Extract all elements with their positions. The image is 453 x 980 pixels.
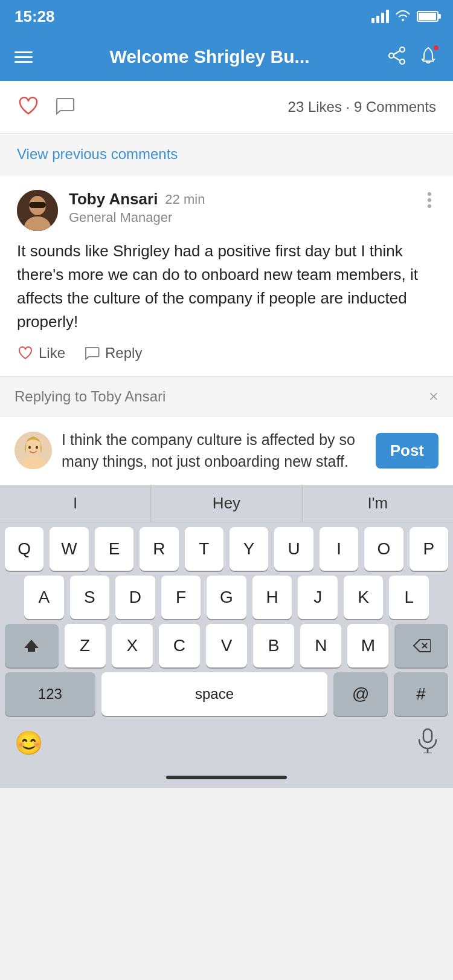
view-previous-link[interactable]: View previous comments [17,146,178,162]
like-label: Like [39,345,65,362]
key-P[interactable]: P [410,527,448,571]
comment-header: Toby Ansari 22 min General Manager [17,190,436,231]
reply-label: Reply [105,345,142,362]
svg-line-3 [394,51,400,54]
likes-count: 23 Likes [288,99,342,115]
app-header: Welcome Shrigley Bu... [0,33,453,81]
status-bar: 15:28 [0,0,453,33]
svg-point-1 [389,53,394,58]
shift-key[interactable] [5,624,59,667]
key-Q[interactable]: Q [5,527,43,571]
engagement-bar: 23 Likes · 9 Comments [0,81,453,134]
key-Z[interactable]: Z [65,624,106,667]
key-J[interactable]: J [298,576,338,619]
svg-marker-14 [24,640,39,652]
signal-icon [371,10,389,23]
key-D[interactable]: D [115,576,155,619]
keyboard-row-3: Z X C V B N M [0,619,453,667]
like-icon[interactable] [17,94,40,120]
comment-actions: Like Reply [17,345,436,362]
close-reply-button[interactable]: × [429,387,439,406]
key-F[interactable]: F [161,576,201,619]
predictive-item-3[interactable]: I'm [303,485,453,522]
reply-button[interactable]: Reply [83,345,142,362]
reply-icon [83,345,100,362]
notifications-button[interactable] [418,45,439,68]
home-indicator [0,767,453,788]
commenter-name: Toby Ansari [69,190,158,209]
key-B[interactable]: B [253,624,294,667]
wifi-icon [395,8,411,25]
comment-time: 22 min [165,192,205,207]
replying-to-label: Replying to Toby Ansari [14,388,165,405]
key-V[interactable]: V [206,624,247,667]
menu-button[interactable] [14,51,33,63]
comment-icon[interactable] [53,94,76,120]
commenter-info: Toby Ansari 22 min General Manager [69,190,423,226]
header-actions [387,45,439,68]
comments-count: 9 Comments [354,99,436,115]
svg-point-0 [400,47,405,52]
key-N[interactable]: N [300,624,341,667]
engagement-icons [17,94,76,120]
key-O[interactable]: O [364,527,403,571]
key-M[interactable]: M [347,624,388,667]
commenter-name-row: Toby Ansari 22 min [69,190,423,209]
status-icons [371,8,439,25]
reply-box: Replying to Toby Ansari × I think the co… [0,377,453,485]
home-bar [166,776,287,779]
share-button[interactable] [387,45,407,68]
predictive-bar: I Hey I'm [0,485,453,522]
key-I[interactable]: I [320,527,358,571]
key-A[interactable]: A [24,576,64,619]
emoji-button[interactable]: 😊 [14,730,43,756]
key-H[interactable]: H [252,576,292,619]
reply-input-row: I think the company culture is affected … [0,417,453,485]
predictive-item-1[interactable]: I [0,485,151,522]
svg-point-12 [28,446,31,449]
key-C[interactable]: C [159,624,200,667]
status-time: 15:28 [14,7,55,26]
keyboard: I Hey I'm Q W E R T Y U I O P A S D F G … [0,485,453,767]
key-S[interactable]: S [70,576,110,619]
hash-key[interactable]: # [394,672,448,716]
key-E[interactable]: E [95,527,133,571]
svg-line-4 [394,57,400,60]
comment-menu-button[interactable] [423,190,436,210]
view-previous-section: View previous comments [0,134,453,175]
reply-text-input[interactable]: I think the company culture is affected … [62,429,366,473]
key-W[interactable]: W [50,527,88,571]
predictive-item-2[interactable]: Hey [151,485,302,522]
header-title: Welcome Shrigley Bu... [33,47,387,67]
key-L[interactable]: L [389,576,429,619]
key-Y[interactable]: Y [230,527,268,571]
post-button[interactable]: Post [376,433,439,469]
keyboard-row-2: A S D F G H J K L [0,571,453,619]
notification-dot [432,44,440,51]
reply-to-bar: Replying to Toby Ansari × [0,377,453,417]
battery-icon [417,11,439,22]
key-R[interactable]: R [140,527,178,571]
numbers-key[interactable]: 123 [5,672,95,716]
separator: · [346,99,350,115]
key-X[interactable]: X [112,624,153,667]
comment-section: Toby Ansari 22 min General Manager It so… [0,175,453,377]
key-T[interactable]: T [185,527,223,571]
at-key[interactable]: @ [333,672,388,716]
like-heart-icon [17,345,34,362]
backspace-key[interactable] [394,624,448,667]
microphone-button[interactable] [417,728,439,759]
like-button[interactable]: Like [17,345,65,362]
key-U[interactable]: U [274,527,313,571]
key-G[interactable]: G [207,576,246,619]
svg-rect-8 [29,202,46,208]
keyboard-row-4: 123 space @ # [0,667,453,722]
keyboard-row-1: Q W E R T Y U I O P [0,522,453,571]
svg-point-13 [36,446,38,449]
space-key[interactable]: space [101,672,327,716]
comment-text: It sounds like Shrigley had a positive f… [17,239,436,334]
key-K[interactable]: K [344,576,384,619]
commenter-role: General Manager [69,210,423,226]
reply-avatar [14,432,52,469]
svg-rect-17 [423,729,432,742]
